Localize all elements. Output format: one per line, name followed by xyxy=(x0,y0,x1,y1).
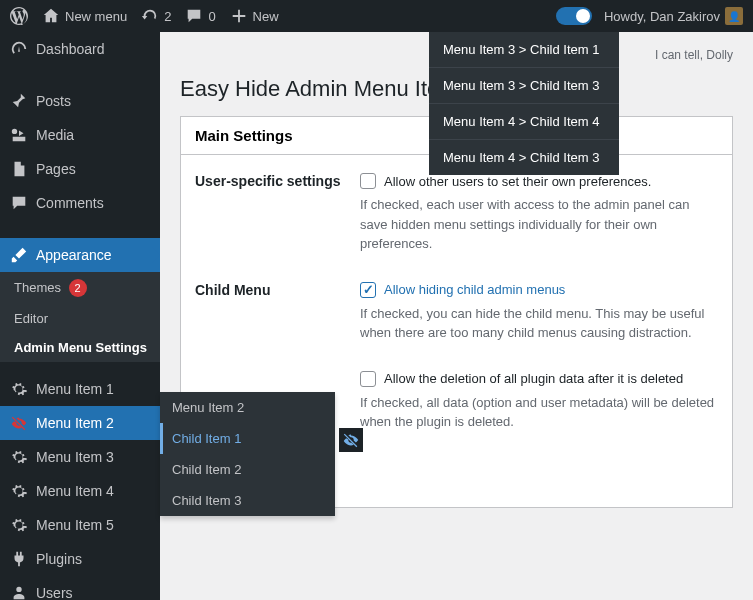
checkbox-delete-data[interactable] xyxy=(360,371,376,387)
hide-child-icon[interactable] xyxy=(339,428,363,452)
sidebar-item-comments[interactable]: Comments xyxy=(0,186,160,220)
new-menu-label: New menu xyxy=(65,9,127,24)
sidebar-label: Menu Item 1 xyxy=(36,381,114,397)
media-icon xyxy=(10,126,28,144)
checkbox-label[interactable]: Allow the deletion of all plugin data af… xyxy=(384,371,683,386)
sidebar-item-plugins[interactable]: Plugins xyxy=(0,542,160,576)
home-icon xyxy=(42,7,60,25)
setting-description: If checked, each user with access to the… xyxy=(360,195,718,254)
flyout-head[interactable]: Menu Item 2 xyxy=(160,392,335,423)
sidebar-label: Appearance xyxy=(36,247,112,263)
new-content[interactable]: New xyxy=(230,7,279,25)
comments-count: 0 xyxy=(208,9,215,24)
submenu-editor[interactable]: Editor xyxy=(0,304,160,333)
updates[interactable]: 2 xyxy=(141,7,171,25)
brush-icon xyxy=(10,246,28,264)
gear-icon xyxy=(10,516,28,534)
admin-sidebar: Dashboard Posts Media Pages Comments App… xyxy=(0,32,160,600)
plus-icon xyxy=(230,7,248,25)
setting-label: User-specific settings xyxy=(195,173,360,254)
sidebar-item-pages[interactable]: Pages xyxy=(0,152,160,186)
submenu-label: Themes xyxy=(14,280,61,295)
dropdown-item[interactable]: Menu Item 3 > Child Item 3 xyxy=(429,67,619,103)
plugin-icon xyxy=(10,550,28,568)
hide-toggle[interactable] xyxy=(556,7,592,25)
sidebar-item-menu3[interactable]: Menu Item 3 xyxy=(0,440,160,474)
hidden-items-dropdown: Menu Item 3 > Child Item 1 Menu Item 3 >… xyxy=(429,32,619,175)
avatar: 👤 xyxy=(725,7,743,25)
wp-logo[interactable] xyxy=(10,7,28,25)
eye-slash-icon xyxy=(10,414,28,432)
setting-row-user-specific: User-specific settings Allow other users… xyxy=(195,173,718,254)
checkbox-user-specific[interactable] xyxy=(360,173,376,189)
checkbox-label[interactable]: Allow hiding child admin menus xyxy=(384,282,565,297)
sidebar-item-dashboard[interactable]: Dashboard xyxy=(0,32,160,66)
eye-slash-icon xyxy=(342,431,360,449)
comment-icon xyxy=(185,7,203,25)
sidebar-label: Menu Item 4 xyxy=(36,483,114,499)
sidebar-label: Menu Item 5 xyxy=(36,517,114,533)
submenu-flyout: Menu Item 2 Child Item 1 Child Item 2 Ch… xyxy=(160,392,335,516)
gear-icon xyxy=(10,380,28,398)
gear-icon xyxy=(10,482,28,500)
pin-icon xyxy=(10,92,28,110)
setting-description: If checked, you can hide the child menu.… xyxy=(360,304,718,343)
account-greeting[interactable]: Howdy, Dan Zakirov 👤 xyxy=(604,7,743,25)
sidebar-label: Comments xyxy=(36,195,104,211)
sidebar-item-appearance[interactable]: Appearance xyxy=(0,238,160,272)
dropdown-item[interactable]: Menu Item 3 > Child Item 1 xyxy=(429,32,619,67)
sidebar-item-menu1[interactable]: Menu Item 1 xyxy=(0,372,160,406)
setting-description: If checked, all data (option and user me… xyxy=(360,393,718,432)
sidebar-label: Pages xyxy=(36,161,76,177)
user-icon xyxy=(10,584,28,600)
site-home[interactable]: New menu xyxy=(42,7,127,25)
dropdown-item[interactable]: Menu Item 4 > Child Item 4 xyxy=(429,103,619,139)
sidebar-label: Posts xyxy=(36,93,71,109)
comments-bubble[interactable]: 0 xyxy=(185,7,215,25)
submenu-admin-menu-settings[interactable]: Admin Menu Settings xyxy=(0,333,160,362)
sidebar-label: Plugins xyxy=(36,551,82,567)
sidebar-item-posts[interactable]: Posts xyxy=(0,84,160,118)
checkbox-child-menu[interactable] xyxy=(360,282,376,298)
submenu-label: Admin Menu Settings xyxy=(14,340,147,355)
dropdown-item[interactable]: Menu Item 4 > Child Item 3 xyxy=(429,139,619,175)
greeting-text: Howdy, Dan Zakirov xyxy=(604,9,720,24)
sidebar-label: Media xyxy=(36,127,74,143)
sidebar-item-menu2[interactable]: Menu Item 2 xyxy=(0,406,160,440)
sidebar-item-users[interactable]: Users xyxy=(0,576,160,600)
update-badge: 2 xyxy=(69,279,87,297)
sidebar-item-menu5[interactable]: Menu Item 5 xyxy=(0,508,160,542)
sidebar-label: Menu Item 3 xyxy=(36,449,114,465)
flyout-item[interactable]: Child Item 1 xyxy=(160,423,335,454)
flyout-item[interactable]: Child Item 2 xyxy=(160,454,335,485)
sidebar-label: Menu Item 2 xyxy=(36,415,114,431)
setting-label: Child Menu xyxy=(195,282,360,343)
appearance-submenu: Themes 2 Editor Admin Menu Settings xyxy=(0,272,160,362)
gear-icon xyxy=(10,448,28,466)
sidebar-item-media[interactable]: Media xyxy=(0,118,160,152)
comment-icon xyxy=(10,194,28,212)
wordpress-icon xyxy=(10,7,28,25)
checkbox-label[interactable]: Allow other users to set their own prefe… xyxy=(384,174,651,189)
submenu-themes[interactable]: Themes 2 xyxy=(0,272,160,304)
setting-row-child-menu: Child Menu Allow hiding child admin menu… xyxy=(195,282,718,343)
submenu-label: Editor xyxy=(14,311,48,326)
sidebar-label: Dashboard xyxy=(36,41,105,57)
pages-icon xyxy=(10,160,28,178)
admin-bar: New menu 2 0 New Howdy, Dan Zakirov 👤 xyxy=(0,0,753,32)
new-label: New xyxy=(253,9,279,24)
flyout-item[interactable]: Child Item 3 xyxy=(160,485,335,516)
dashboard-icon xyxy=(10,40,28,58)
refresh-icon xyxy=(141,7,159,25)
sidebar-item-menu4[interactable]: Menu Item 4 xyxy=(0,474,160,508)
sidebar-label: Users xyxy=(36,585,73,600)
updates-count: 2 xyxy=(164,9,171,24)
